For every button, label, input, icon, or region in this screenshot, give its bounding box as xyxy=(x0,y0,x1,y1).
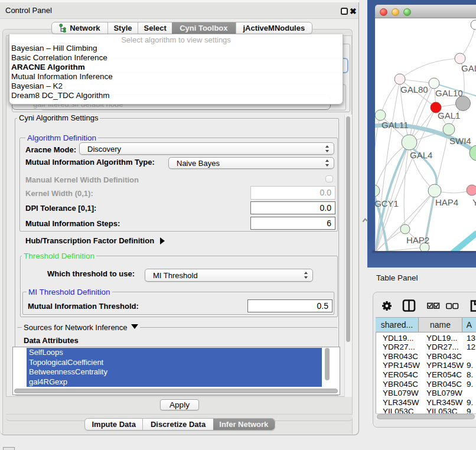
svg-text:SWI4: SWI4 xyxy=(449,136,471,146)
svg-text:HAP2: HAP2 xyxy=(406,235,429,245)
svg-text:HAP4: HAP4 xyxy=(435,197,458,207)
svg-text:GAL11: GAL11 xyxy=(382,120,409,130)
svg-text:GAL1: GAL1 xyxy=(438,110,460,120)
svg-text:GAL80: GAL80 xyxy=(400,84,428,94)
svg-text:GAL7: GAL7 xyxy=(461,63,476,73)
svg-text:YM: YM xyxy=(472,197,476,207)
svg-text:GAL10: GAL10 xyxy=(435,88,463,98)
svg-text:GCY1: GCY1 xyxy=(375,198,399,208)
svg-text:GAL4: GAL4 xyxy=(410,150,432,160)
